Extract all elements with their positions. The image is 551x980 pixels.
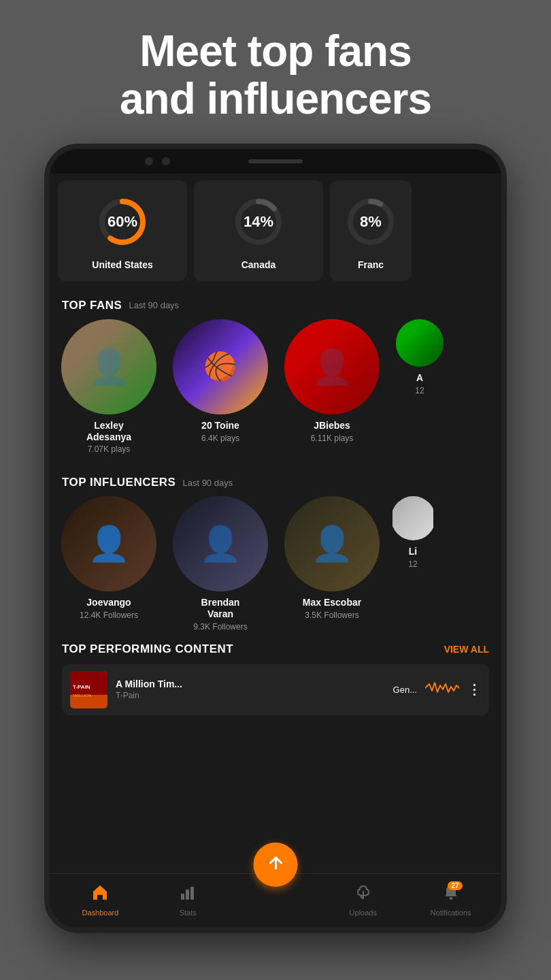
top-fans-subtitle: Last 90 days: [129, 300, 179, 310]
top-influencers-row: 👤 Joevango 12.4K Followers 👤 BrendanVara…: [50, 496, 501, 642]
fan-card-20toine[interactable]: 🏀 20 Toine 6.4K plays: [169, 319, 271, 455]
view-all-button[interactable]: VIEW ALL: [444, 644, 489, 655]
content-track-artist: T-Pain: [116, 691, 385, 700]
influencer-card-joevango[interactable]: 👤 Joevango 12.4K Followers: [58, 496, 160, 632]
influencer-avatar-max: 👤: [284, 496, 380, 591]
fan-card-a[interactable]: A 12: [393, 319, 447, 455]
svg-rect-12: [190, 887, 194, 900]
stat-card-fr[interactable]: 8% Franc: [330, 180, 412, 281]
influencer-card-brendan[interactable]: 👤 BrendanVaran 9.3K Followers: [169, 496, 271, 632]
stats-icon: [179, 884, 197, 906]
phone-top-bar: [50, 149, 501, 174]
fan-avatar-20toine: 🏀: [173, 319, 268, 414]
stat-card-us[interactable]: 60% United States: [58, 180, 187, 281]
stat-label-fr: Franc: [358, 259, 384, 270]
influencer-stat-brendan: 9.3K Followers: [193, 622, 247, 632]
stat-label-us: United States: [92, 259, 152, 270]
stat-card-ca[interactable]: 14% Canada: [194, 180, 323, 281]
phone-speaker: [248, 159, 303, 163]
svg-rect-10: [181, 894, 184, 900]
stat-percent-ca: 14%: [244, 213, 273, 231]
svg-text:T-PAIN: T-PAIN: [73, 684, 90, 690]
phone-device: 60% United States 14% Canada: [44, 144, 507, 933]
content-track-title: A Million Tim...: [116, 679, 385, 689]
influencer-stat-joevango: 12.4K Followers: [80, 610, 138, 620]
influencer-name-joevango: Joevango: [86, 597, 131, 608]
screen-content: 60% United States 14% Canada: [50, 174, 501, 884]
top-influencers-title: TOP INFLUENCERS: [62, 476, 176, 489]
nav-label-dashboard: Dashboard: [82, 909, 118, 917]
top-fans-title: TOP FANS: [62, 299, 122, 312]
fan-avatar-lexley: 👤: [61, 319, 156, 414]
nav-item-dashboard[interactable]: Dashboard: [76, 884, 124, 917]
waveform-icon: [425, 680, 459, 700]
fan-name-a: A: [416, 372, 423, 384]
influencer-card-max[interactable]: 👤 Max Escobar 3.5K Followers: [281, 496, 383, 632]
fan-card-lexley[interactable]: 👤 LexleyAdesanya 7.07K plays: [58, 319, 160, 455]
donut-fr: 8%: [340, 191, 401, 252]
uploads-icon: [354, 884, 372, 906]
upload-icon: [266, 855, 285, 874]
influencer-stat-li: 12: [408, 559, 417, 569]
influencer-name-max: Max Escobar: [303, 597, 361, 608]
camera-left: [145, 157, 153, 165]
fan-name-jbiebes: JBiebes: [314, 420, 350, 431]
content-header: TOP PERFORMING CONTENT VIEW ALL: [62, 642, 489, 656]
content-info: A Million Tim... T-Pain: [116, 679, 385, 700]
content-thumbnail: T-PAIN 1MILLION: [70, 671, 107, 708]
influencer-card-li[interactable]: Li 12: [393, 496, 433, 632]
top-influencers-subtitle: Last 90 days: [182, 478, 233, 488]
top-influencers-header: TOP INFLUENCERS Last 90 days: [50, 465, 501, 496]
nav-item-uploads[interactable]: Uploads: [339, 884, 387, 917]
nav-label-uploads: Uploads: [350, 909, 377, 917]
stat-percent-fr: 8%: [360, 213, 382, 231]
svg-point-15: [449, 897, 452, 900]
svg-rect-11: [186, 889, 189, 900]
influencer-name-brendan: BrendanVaran: [201, 597, 240, 620]
stat-label-ca: Canada: [241, 259, 276, 270]
hero-title: Meet top fans and influencers: [65, 0, 486, 144]
donut-us: 60%: [92, 191, 153, 252]
influencer-stat-max: 3.5K Followers: [305, 610, 358, 620]
fan-stat-lexley: 7.07K plays: [88, 444, 131, 454]
fan-avatar-a: [396, 319, 444, 367]
camera-right: [162, 157, 170, 165]
fan-stat-jbiebes: 6.11K plays: [311, 434, 354, 443]
fan-name-20toine: 20 Toine: [201, 420, 239, 431]
stats-row: 60% United States 14% Canada: [50, 174, 501, 288]
upload-fab-button[interactable]: [254, 843, 298, 887]
fan-name-lexley: LexleyAdesanya: [86, 420, 131, 443]
stat-percent-us: 60%: [107, 213, 137, 231]
fan-avatar-jbiebes: 👤: [284, 319, 380, 414]
influencer-avatar-brendan: 👤: [173, 496, 268, 591]
fan-stat-20toine: 6.4K plays: [201, 434, 239, 443]
top-fans-header: TOP FANS Last 90 days: [50, 288, 501, 319]
content-row[interactable]: T-PAIN 1MILLION A Million Tim... T-Pain …: [62, 664, 489, 715]
influencer-avatar-li: [393, 496, 433, 540]
more-options-button[interactable]: ⋮: [467, 681, 481, 698]
donut-ca: 14%: [228, 191, 289, 252]
content-genre: Gen...: [393, 685, 417, 695]
content-title-label: TOP PERFORMING CONTENT: [62, 642, 233, 656]
nav-item-notifications[interactable]: 27 Notifications: [427, 884, 475, 917]
notification-badge: 27: [448, 881, 462, 890]
influencer-name-li: Li: [409, 546, 417, 557]
nav-item-stats[interactable]: Stats: [164, 884, 212, 917]
nav-label-notifications: Notifications: [431, 909, 471, 917]
phone-screen: 60% United States 14% Canada: [50, 174, 501, 928]
fan-card-jbiebes[interactable]: 👤 JBiebes 6.11K plays: [281, 319, 383, 455]
top-content-section: TOP PERFORMING CONTENT VIEW ALL T-PAIN 1…: [50, 642, 501, 726]
influencer-avatar-joevango: 👤: [61, 496, 156, 591]
dashboard-icon: [91, 884, 109, 906]
svg-text:1MILLION: 1MILLION: [73, 693, 91, 698]
fan-stat-a: 12: [415, 386, 424, 395]
nav-label-stats: Stats: [180, 909, 197, 917]
top-fans-row: 👤 LexleyAdesanya 7.07K plays 🏀 20 Toine …: [50, 319, 501, 466]
notifications-icon-wrapper: 27: [442, 884, 460, 906]
